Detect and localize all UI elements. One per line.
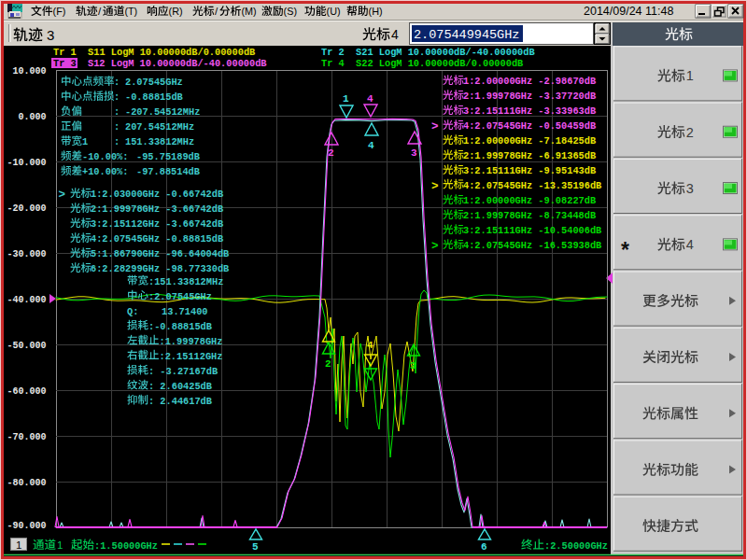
svg-text:: 2.44617dB: : 2.44617dB (148, 396, 212, 407)
svg-text:151.33812MHz: 151.33812MHz (125, 136, 194, 147)
svg-text::: : (114, 136, 120, 147)
svg-text:-80.000: -80.000 (7, 478, 46, 488)
svg-text:3:2.15112GHz -3.66742dB: 3:2.15112GHz -3.66742dB (91, 218, 223, 230)
svg-text:3: 3 (411, 147, 417, 159)
svg-text:-0.88815dB: -0.88815dB (125, 91, 183, 103)
svg-text:2: 2 (686, 125, 694, 140)
svg-text::: : (114, 77, 120, 88)
svg-text:(F): (F) (53, 6, 66, 17)
svg-text:>: > (431, 120, 439, 133)
svg-text:(U): (U) (327, 6, 341, 17)
svg-text:4:2.07545GHz -0.88815dB: 4:2.07545GHz -0.88815dB (91, 233, 223, 245)
svg-text::-0.88815dB: :-0.88815dB (148, 321, 212, 332)
svg-text:3: 3 (47, 27, 54, 43)
svg-text:2.075449945GHz: 2.075449945GHz (414, 28, 519, 42)
svg-text:3:2.15111GHz -10.54006dB: 3:2.15111GHz -10.54006dB (463, 225, 601, 236)
svg-text:>: > (59, 189, 66, 202)
svg-text:1: 1 (16, 539, 21, 551)
svg-text:Q: 13.71400: Q: 13.71400 (127, 306, 208, 317)
svg-text:3: 3 (410, 360, 416, 371)
svg-text:(H): (H) (369, 6, 383, 17)
svg-text:-70.000: -70.000 (7, 432, 46, 442)
svg-text:4: 4 (686, 237, 694, 252)
svg-text:2014/09/24 11:48: 2014/09/24 11:48 (584, 5, 673, 18)
svg-text:2: 2 (325, 358, 331, 370)
svg-text:5: 5 (252, 541, 259, 553)
svg-text:-60.000: -60.000 (7, 386, 46, 397)
svg-text:-95.75189dB: -95.75189dB (136, 151, 200, 162)
svg-text:: -3.27167dB: : -3.27167dB (148, 366, 218, 377)
svg-text:1: 1 (57, 539, 63, 551)
svg-text:Tr 2 S21 LogM 10.00000dB/-40.: Tr 2 S21 LogM 10.00000dB/-40.00000dB (321, 47, 535, 58)
svg-text:-50.000: -50.000 (7, 341, 46, 351)
svg-text:4:2.07545GHz -13.35196dB: 4:2.07545GHz -13.35196dB (463, 180, 601, 191)
svg-text:*: * (621, 238, 629, 262)
svg-text:1:2.00000GHz -7.18425dB: 1:2.00000GHz -7.18425dB (463, 135, 596, 147)
svg-text::1.99978GHz: :1.99978GHz (160, 336, 223, 347)
svg-text:(T): (T) (124, 6, 137, 17)
svg-text:6:2.28299GHz -98.77330dB: 6:2.28299GHz -98.77330dB (91, 263, 229, 274)
svg-text:1:2.00000GHz -2.98670dB: 1:2.00000GHz -2.98670dB (463, 76, 596, 87)
svg-text::151.33812MHz: :151.33812MHz (148, 276, 223, 287)
svg-text::2.50000GHz: :2.50000GHz (544, 540, 608, 552)
svg-text:4: 4 (368, 140, 374, 151)
svg-text:4:2.07545GHz -0.50459dB: 4:2.07545GHz -0.50459dB (463, 120, 596, 132)
svg-text:0.000: 0.000 (18, 112, 46, 122)
svg-text:6: 6 (481, 541, 487, 553)
svg-text:2: 2 (328, 147, 334, 159)
svg-text:-97.88514dB: -97.88514dB (136, 166, 200, 177)
svg-text:207.54512MHz: 207.54512MHz (125, 121, 194, 133)
svg-text:-30.000: -30.000 (7, 249, 46, 259)
svg-text::: : (114, 91, 120, 103)
svg-text:10.000: 10.000 (12, 66, 46, 77)
svg-text:1:2.00000GHz -9.08227dB: 1:2.00000GHz -9.08227dB (463, 195, 596, 206)
svg-text:Tr 1 S11 LogM 10.00000dB/0.00: Tr 1 S11 LogM 10.00000dB/0.00000dB (53, 47, 255, 58)
svg-text:-10.00%:: -10.00%: (82, 151, 128, 162)
svg-text:: 2.60425dB: : 2.60425dB (148, 381, 212, 392)
svg-text:-90.000: -90.000 (7, 521, 46, 531)
svg-text:(M): (M) (241, 6, 256, 17)
svg-text:1: 1 (82, 136, 88, 147)
svg-text:3:2.15111GHz -9.95143dB: 3:2.15111GHz -9.95143dB (463, 165, 596, 176)
svg-text:4: 4 (367, 93, 374, 105)
svg-text:-40.000: -40.000 (7, 295, 46, 305)
svg-text:3:2.15111GHz -3.33963dB: 3:2.15111GHz -3.33963dB (463, 105, 596, 117)
svg-text:4: 4 (367, 340, 374, 351)
svg-text:3: 3 (686, 181, 694, 196)
svg-text:(R): (R) (169, 6, 183, 17)
svg-text:(S): (S) (284, 6, 297, 17)
svg-text:2:1.99978GHz -3.66742dB: 2:1.99978GHz -3.66742dB (91, 203, 223, 215)
svg-text:-20.000: -20.000 (7, 203, 46, 214)
svg-text:1: 1 (343, 93, 349, 105)
svg-text:4: 4 (391, 27, 399, 42)
svg-text:1: 1 (686, 68, 694, 83)
svg-text:2.07545GHz: 2.07545GHz (125, 77, 183, 88)
svg-text::2.07545GHz: :2.07545GHz (148, 291, 212, 302)
svg-text:-10.000: -10.000 (7, 158, 46, 168)
svg-text:2:1.99978GHz -3.37720dB: 2:1.99978GHz -3.37720dB (463, 91, 596, 102)
svg-text:S12 LogM 10.00000dB/-40.00000d: S12 LogM 10.00000dB/-40.00000dB (88, 58, 267, 69)
svg-text:-207.54512MHz: -207.54512MHz (125, 106, 200, 118)
svg-text:Tr 4 S22 LogM 10.00000dB/0.00: Tr 4 S22 LogM 10.00000dB/0.00000dB (321, 58, 523, 69)
svg-text:>: > (431, 180, 439, 193)
svg-text::1.50000GHz: :1.50000GHz (94, 540, 158, 552)
svg-text:2:1.99978GHz -8.73448dB: 2:1.99978GHz -8.73448dB (463, 210, 596, 221)
svg-text:5:1.86790GHz -96.64004dB: 5:1.86790GHz -96.64004dB (91, 248, 229, 259)
svg-text:4:2.07545GHz -16.53938dB: 4:2.07545GHz -16.53938dB (463, 240, 601, 251)
svg-text:1:2.03000GHz -0.66742dB: 1:2.03000GHz -0.66742dB (91, 189, 223, 200)
svg-text:>: > (431, 240, 439, 253)
svg-text:Tr 3: Tr 3 (53, 58, 77, 69)
svg-text::: : (114, 121, 120, 133)
svg-text:+10.00%:: +10.00%: (82, 166, 128, 177)
svg-text:2:1.99978GHz -6.91365dB: 2:1.99978GHz -6.91365dB (463, 150, 596, 161)
svg-text::2.15112GHz: :2.15112GHz (160, 351, 223, 362)
svg-text::: : (114, 106, 120, 118)
